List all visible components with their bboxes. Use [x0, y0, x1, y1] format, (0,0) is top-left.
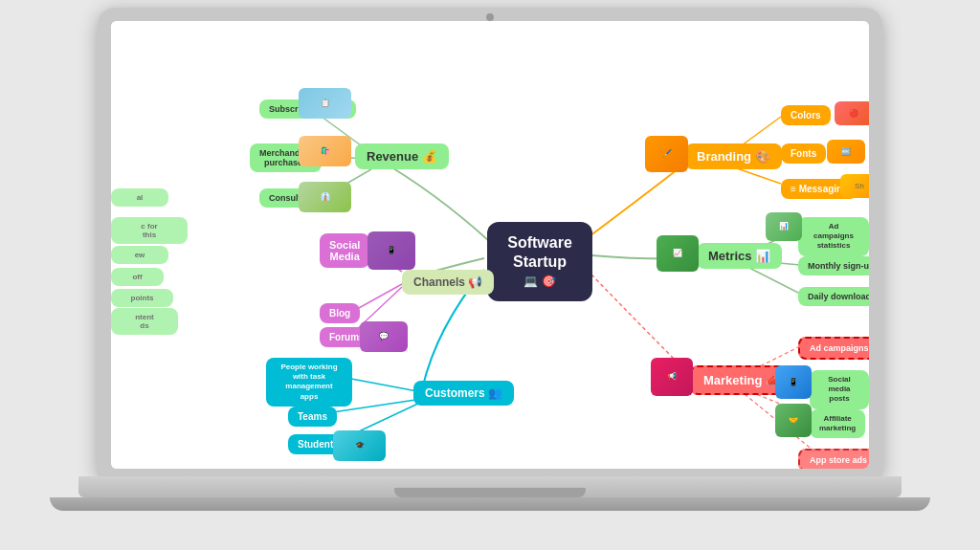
monthly-signups-label: Monthly sign-ups	[808, 261, 869, 271]
monthly-signups-node: Monthly sign-ups	[798, 256, 869, 275]
center-node: Software Startup 💻 🎯	[487, 222, 592, 301]
metrics-node: Metrics 📊	[697, 243, 782, 269]
colors-label: Colors	[791, 110, 821, 121]
students-image: 🎓	[333, 430, 386, 461]
customers-node: Customers 👥	[413, 381, 514, 406]
center-node-emoji: 💻 🎯	[502, 275, 577, 290]
ad-campaigns-node: Ad campaigns	[798, 337, 869, 360]
center-node-label: Software Startup	[502, 233, 577, 274]
metrics-label: Metrics	[708, 249, 752, 263]
marketing-image: 📢	[651, 358, 693, 396]
daily-downloads-label: Daily downloads	[808, 292, 869, 301]
channels-label: Channels	[413, 275, 465, 289]
marketing-label: Marketing	[703, 373, 762, 387]
branding-image: 🖌️	[645, 136, 688, 172]
colors-node: Colors	[781, 105, 831, 125]
ad-campaigns-stats-node: Ad campaignsstatistics	[798, 217, 869, 256]
laptop-base	[78, 476, 902, 497]
fonts-extra: 🔤	[827, 140, 865, 164]
left-partial-5: points	[111, 289, 173, 307]
subscription-image: 📋	[299, 88, 351, 119]
laptop-bottom	[50, 497, 930, 511]
blog-label: Blog	[329, 308, 350, 319]
colors-extra: 🔴	[835, 101, 869, 125]
branding-label: Branding	[697, 149, 751, 164]
metrics-image: 📈	[657, 235, 699, 272]
messaging-extra: Sh	[840, 174, 869, 198]
ad-campaigns-label: Ad campaigns	[810, 343, 869, 353]
affiliate-marketing-node: Affiliatemarketing	[810, 409, 865, 439]
left-partial-6: ntentds	[111, 308, 178, 335]
ad-campaigns-stats-label: Ad campaignsstatistics	[813, 222, 854, 251]
social-media-posts-node: Social mediaposts	[810, 370, 869, 409]
fonts-node: Fonts	[781, 143, 826, 164]
left-partial-2: c forthis	[111, 217, 188, 244]
merchandise-image: 🛍️	[299, 136, 351, 166]
teams-label: Teams	[298, 411, 327, 422]
channels-node: Channels 📢	[402, 270, 494, 295]
task-apps-node: People workingwith taskmanagement apps	[266, 358, 352, 407]
ad-stats-image: 📊	[766, 212, 802, 241]
forums-image: 💬	[360, 321, 408, 352]
branding-node: Branding 🎨	[685, 143, 782, 169]
revenue-label: Revenue	[367, 149, 418, 164]
camera-dot	[486, 13, 494, 21]
fonts-label: Fonts	[791, 148, 816, 159]
left-partial-1: al	[111, 188, 168, 207]
laptop-screen: Software Startup 💻 🎯 Revenue 💰 Subscript…	[98, 8, 882, 476]
revenue-node: Revenue 💰	[355, 143, 449, 169]
task-apps-label: People workingwith taskmanagement apps	[280, 363, 337, 401]
customers-label: Customers	[425, 386, 485, 400]
affiliate-image: 🤝	[775, 404, 812, 437]
social-media-image: 📱	[368, 231, 415, 270]
consultants-image: 👔	[299, 182, 351, 212]
svg-line-14	[747, 267, 800, 294]
mindmap-canvas: Software Startup 💻 🎯 Revenue 💰 Subscript…	[111, 21, 869, 469]
daily-downloads-node: Daily downloads	[798, 287, 869, 306]
social-media-posts-label: Social mediaposts	[828, 375, 851, 404]
social-media-label: SocialMedia	[329, 239, 360, 262]
social-posts-image: 📱	[775, 365, 812, 399]
blog-node: Blog	[320, 303, 360, 323]
affiliate-marketing-label: Affiliatemarketing	[819, 414, 856, 432]
laptop-container: Software Startup 💻 🎯 Revenue 💰 Subscript…	[50, 8, 930, 543]
left-partial-4: off	[111, 268, 164, 286]
left-partial-3: ew	[111, 246, 168, 264]
teams-node: Teams	[288, 407, 337, 427]
social-media-node: SocialMedia	[320, 233, 369, 268]
app-store-ads-node: App store ads	[798, 449, 869, 469]
screen-content: Software Startup 💻 🎯 Revenue 💰 Subscript…	[111, 21, 869, 469]
app-store-ads-label: App store ads	[810, 455, 867, 465]
